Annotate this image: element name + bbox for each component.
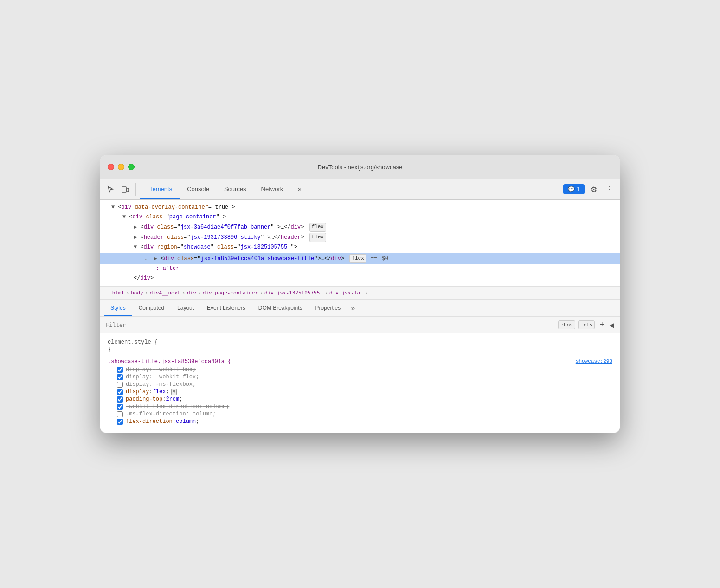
main-tabs: Elements Console Sources Network » [140,179,563,199]
tree-line[interactable]: ▶ <div class="jsx-3a64d1ae4f0f7fab banne… [100,222,620,232]
sub-tab-properties[interactable]: Properties [309,300,347,316]
sub-tab-styles[interactable]: Styles [104,300,132,316]
tree-line[interactable]: ▼ <div class="page-container" > [100,212,620,222]
tab-more[interactable]: » [290,179,309,199]
css-property-line: -ms-flex-direction: column; [108,410,612,418]
styles-panel: element.style { } .showcase-title.jsx-fa… [100,333,620,433]
tree-line-selected[interactable]: … ▶ <div class="jsx-fa8539efcca401a show… [100,253,620,264]
property-checkbox[interactable] [117,389,123,395]
breadcrumb-next[interactable]: div#__next [148,290,182,296]
tree-line[interactable]: ▼ <div region="showcase" class="jsx-1325… [100,243,620,252]
sub-tab-more[interactable]: » [347,304,359,313]
toolbar-right: 💬 1 ⚙ ⋮ [563,183,616,196]
tab-elements[interactable]: Elements [140,179,180,199]
cls-button[interactable]: .cls [578,320,595,329]
property-checkbox[interactable] [117,419,123,425]
minimize-button[interactable] [118,164,124,170]
source-link[interactable]: showcase:293 [576,358,612,365]
breadcrumb: … html › body › div#__next › div › div.p… [100,287,620,300]
expand-arrow[interactable]: ▼ [122,214,126,220]
tree-line[interactable]: ▶ <header class="jsx-1931733896 sticky" … [100,232,620,243]
titlebar: DevTools - nextjs.org/showcase [100,155,620,179]
css-property-line: display: flex; ⊞ [108,388,612,396]
sub-tab-layout[interactable]: Layout [171,300,200,316]
css-selector[interactable]: .showcase-title.jsx-fa8539efcca401a { sh… [108,358,612,365]
devtools-toolbar: Elements Console Sources Network » 💬 1 ⚙… [100,179,620,200]
breadcrumb-more[interactable]: … [368,290,372,296]
selector-text: .showcase-title.jsx-fa8539efcca401a { [108,358,231,365]
css-rules: element.style { } .showcase-title.jsx-fa… [100,333,620,433]
html-tree: ▼ <div data-overlay-container= true > ▼ … [100,200,620,287]
devtools-window: DevTools - nextjs.org/showcase Elements … [100,155,620,433]
breadcrumb-jsx-fa[interactable]: div.jsx-fa… [328,290,365,296]
devtools-body: ▼ <div data-overlay-container= true > ▼ … [100,200,620,433]
tab-network[interactable]: Network [254,179,291,199]
css-close-brace: } [108,346,612,353]
property-checkbox[interactable] [117,396,123,403]
filter-bar: :hov .cls + ◀ [100,317,620,333]
sub-tabs: Styles Computed Layout Event Listeners D… [100,300,620,317]
expand-arrow[interactable]: ▶ [134,224,137,230]
css-property-line: flex-direction: column; [108,418,612,425]
ellipsis-indicator: … [145,255,148,262]
tree-line[interactable]: </div> [100,274,620,283]
more-button[interactable]: ⋮ [603,183,616,196]
bottom-panel: Styles Computed Layout Event Listeners D… [100,300,620,433]
close-button[interactable] [108,164,114,170]
badge-count: 1 [577,186,580,192]
flex-badge: flex [309,223,326,232]
filter-actions: :hov .cls + ◀ [558,320,614,330]
expand-arrow[interactable]: ▶ [134,234,137,241]
cursor-icon[interactable] [104,183,117,196]
css-property-line: padding-top: 2rem; [108,396,612,403]
expand-arrow[interactable]: ▼ [111,204,115,211]
css-selector: element.style { [108,339,612,345]
sub-tab-event-listeners[interactable]: Event Listeners [200,300,252,316]
property-checkbox[interactable] [117,382,123,388]
breadcrumb-jsx-1325[interactable]: div.jsx-1325105755. [263,290,324,296]
property-checkbox[interactable] [117,367,123,373]
collapse-button[interactable]: ◀ [609,321,614,329]
tree-line[interactable]: ▼ <div data-overlay-container= true > [100,203,620,212]
hov-button[interactable]: :hov [558,320,575,329]
svg-rect-1 [127,188,129,192]
chat-icon: 💬 [568,186,575,192]
window-title: DevTools - nextjs.org/showcase [318,164,403,171]
toolbar-icons [104,183,136,196]
traffic-lights [108,164,135,170]
css-rule-showcase-title: .showcase-title.jsx-fa8539efcca401a { sh… [100,357,620,429]
breadcrumb-body[interactable]: body [129,290,145,296]
breadcrumb-html[interactable]: html [111,290,126,296]
css-property-line: display: -webkit-flex; [108,373,612,381]
tab-console[interactable]: Console [180,179,217,199]
breadcrumb-page-container[interactable]: div.page-container [201,290,259,296]
svg-rect-0 [122,187,126,192]
tree-line-pseudo: ::after [100,264,620,274]
notifications-badge[interactable]: 💬 1 [563,184,585,194]
property-checkbox[interactable] [117,374,123,380]
device-icon[interactable] [119,183,132,196]
css-property-line: display: -webkit-box; [108,366,612,373]
maximize-button[interactable] [128,164,135,170]
breadcrumb-ellipsis: … [104,290,107,296]
css-rule-element-style: element.style { } [100,337,620,357]
flex-display-icon[interactable]: ⊞ [171,389,177,395]
filter-input[interactable] [106,322,558,328]
tab-sources[interactable]: Sources [217,179,254,199]
expand-arrow[interactable]: ▼ [134,244,137,250]
property-checkbox[interactable] [117,404,123,410]
sub-tab-computed[interactable]: Computed [132,300,171,316]
breadcrumb-div[interactable]: div [186,290,198,296]
settings-button[interactable]: ⚙ [587,183,600,196]
flex-badge: flex [309,233,326,242]
css-property-line: display: -ms-flexbox; [108,381,612,388]
property-checkbox[interactable] [117,411,123,417]
flex-badge: flex [349,254,366,263]
css-property-line: -webkit-flex-direction: column; [108,403,612,410]
sub-tab-dom-breakpoints[interactable]: DOM Breakpoints [252,300,309,316]
add-style-button[interactable]: + [599,320,604,330]
expand-arrow[interactable]: ▶ [154,256,157,262]
